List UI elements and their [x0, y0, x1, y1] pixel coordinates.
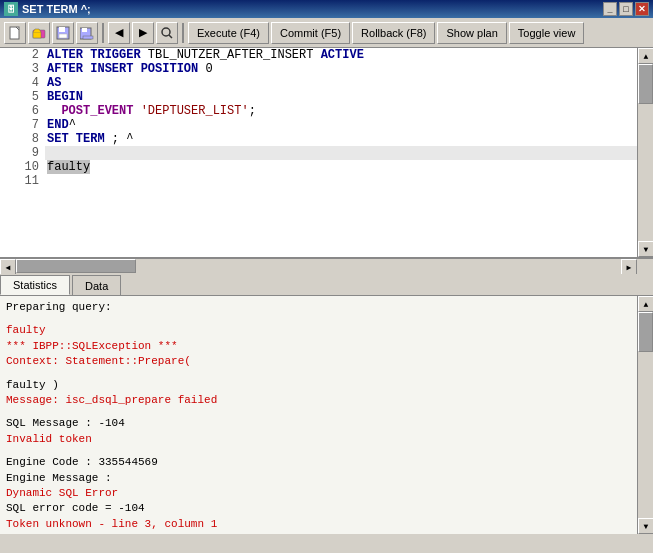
code-line[interactable]: [45, 174, 637, 188]
svg-rect-8: [83, 36, 93, 39]
search-button[interactable]: [156, 22, 178, 44]
scroll-up-button[interactable]: ▲: [638, 48, 653, 64]
line-number: 4: [0, 76, 45, 90]
h-scroll-thumb[interactable]: [16, 259, 136, 273]
keyword: END: [47, 118, 69, 132]
output-line: faulty: [6, 323, 631, 338]
output-line: Message: isc_dsql_prepare failed: [6, 393, 631, 408]
output-line: Context: Statement::Prepare(: [6, 354, 631, 369]
output-line: Invalid token: [6, 432, 631, 447]
execute-button[interactable]: Execute (F4): [188, 22, 269, 44]
output-line: *** IBPP::SQLException ***: [6, 339, 631, 354]
table-row: 6 POST_EVENT 'DEPTUSER_LIST';: [0, 104, 637, 118]
back-button[interactable]: ◀: [108, 22, 130, 44]
code-line[interactable]: faulty: [45, 160, 637, 174]
output-line: Preparing query:: [6, 300, 631, 315]
save-all-button[interactable]: [76, 22, 98, 44]
line-number: 11: [0, 174, 45, 188]
svg-point-9: [162, 28, 170, 36]
forward-button[interactable]: ▶: [132, 22, 154, 44]
output-line: Engine Message :: [6, 471, 631, 486]
line-number: 6: [0, 104, 45, 118]
line-number: 7: [0, 118, 45, 132]
output-scroll-up-button[interactable]: ▲: [638, 296, 653, 312]
output-scroll-down-button[interactable]: ▼: [638, 518, 653, 534]
table-row: 3 AFTER INSERT POSITION 0: [0, 62, 637, 76]
scrollbar-corner: [637, 259, 653, 274]
bottom-panel: Statistics Data Preparing query: faulty …: [0, 274, 653, 534]
line-number: 9: [0, 146, 45, 160]
editor-vertical-scrollbar[interactable]: ▲ ▼: [637, 48, 653, 257]
window-title: SET TERM ^;: [22, 3, 91, 15]
editor-scroll-container[interactable]: 2 ALTER TRIGGER TBL_NUTZER_AFTER_INSERT …: [0, 48, 637, 257]
svg-rect-4: [59, 27, 65, 32]
output-blank: [6, 370, 631, 378]
code-line[interactable]: POST_EVENT 'DEPTUSER_LIST';: [45, 104, 637, 118]
code-line[interactable]: [45, 146, 637, 160]
toolbar-separator-1: [102, 23, 104, 43]
keyword: ALTER TRIGGER: [47, 48, 141, 62]
keyword2: POST_EVENT: [61, 104, 133, 118]
open-button[interactable]: [28, 22, 50, 44]
line-number: 8: [0, 132, 45, 146]
code-line[interactable]: ALTER TRIGGER TBL_NUTZER_AFTER_INSERT AC…: [45, 48, 637, 62]
h-scroll-left-button[interactable]: ◀: [0, 259, 16, 275]
svg-rect-7: [82, 28, 87, 32]
output-scroll-track[interactable]: [638, 312, 653, 518]
output-line: Dynamic SQL Error: [6, 486, 631, 501]
h-scroll-track[interactable]: [16, 259, 621, 275]
svg-rect-5: [59, 34, 67, 38]
title-bar: 🗄 SET TERM ^; _ □ ✕: [0, 0, 653, 18]
toggle-view-button[interactable]: Toggle view: [509, 22, 584, 44]
table-row: 8 SET TERM ; ^​: [0, 132, 637, 146]
code-line[interactable]: BEGIN: [45, 90, 637, 104]
toolbar: ◀ ▶ Execute (F4) Commit (F5) Rollback (F…: [0, 18, 653, 48]
rollback-button[interactable]: Rollback (F8): [352, 22, 435, 44]
output-line: faulty: [6, 532, 631, 534]
code-line[interactable]: SET TERM ; ^​: [45, 132, 637, 146]
keyword: BEGIN: [47, 90, 83, 104]
scroll-thumb[interactable]: [638, 64, 653, 104]
table-row: 10 faulty: [0, 160, 637, 174]
tab-bar: Statistics Data: [0, 274, 653, 296]
h-scroll-right-button[interactable]: ▶: [621, 259, 637, 275]
code-line[interactable]: AFTER INSERT POSITION 0: [45, 62, 637, 76]
scroll-down-button[interactable]: ▼: [638, 241, 653, 257]
new-button[interactable]: [4, 22, 26, 44]
output-content: Preparing query: faulty *** IBPP::SQLExc…: [0, 296, 653, 534]
scroll-track[interactable]: [638, 64, 653, 241]
code-line[interactable]: END^: [45, 118, 637, 132]
minimize-button[interactable]: _: [603, 2, 617, 16]
tab-statistics[interactable]: Statistics: [0, 275, 70, 295]
string-literal: 'DEPTUSER_LIST': [141, 104, 249, 118]
output-line: Token unknown - line 3, column 1: [6, 517, 631, 532]
output-text[interactable]: Preparing query: faulty *** IBPP::SQLExc…: [0, 296, 637, 534]
keyword: AFTER INSERT POSITION: [47, 62, 198, 76]
line-number: 10: [0, 160, 45, 174]
output-vertical-scrollbar[interactable]: ▲ ▼: [637, 296, 653, 534]
svg-line-10: [169, 35, 172, 38]
toolbar-separator-2: [182, 23, 184, 43]
show-plan-button[interactable]: Show plan: [437, 22, 506, 44]
title-controls[interactable]: _ □ ✕: [603, 2, 649, 16]
editor-horizontal-scrollbar[interactable]: ◀ ▶: [0, 258, 653, 274]
save-button[interactable]: [52, 22, 74, 44]
code-table: 2 ALTER TRIGGER TBL_NUTZER_AFTER_INSERT …: [0, 48, 637, 188]
tab-data[interactable]: Data: [72, 275, 121, 295]
keyword: AS: [47, 76, 61, 90]
svg-rect-2: [33, 32, 41, 38]
line-number: 5: [0, 90, 45, 104]
main-area: 2 ALTER TRIGGER TBL_NUTZER_AFTER_INSERT …: [0, 48, 653, 553]
editor-area[interactable]: 2 ALTER TRIGGER TBL_NUTZER_AFTER_INSERT …: [0, 48, 653, 258]
output-scroll-thumb[interactable]: [638, 312, 653, 352]
maximize-button[interactable]: □: [619, 2, 633, 16]
close-button[interactable]: ✕: [635, 2, 649, 16]
code-line[interactable]: AS: [45, 76, 637, 90]
editor-content[interactable]: 2 ALTER TRIGGER TBL_NUTZER_AFTER_INSERT …: [0, 48, 637, 257]
keyword: SET TERM: [47, 132, 105, 146]
table-row: 11: [0, 174, 637, 188]
commit-button[interactable]: Commit (F5): [271, 22, 350, 44]
app-icon: 🗄: [4, 2, 18, 16]
title-bar-left: 🗄 SET TERM ^;: [4, 2, 91, 16]
output-blank: [6, 447, 631, 455]
